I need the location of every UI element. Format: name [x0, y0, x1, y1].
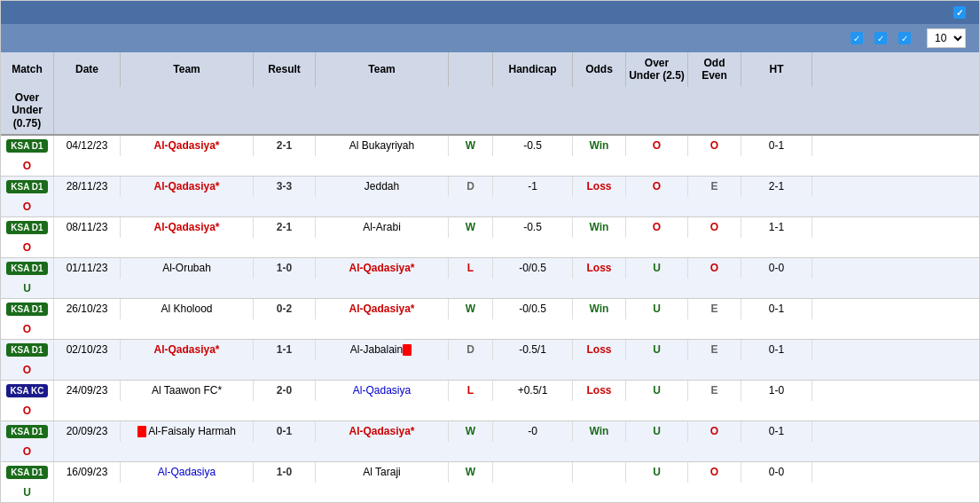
outcome-cell: W	[449, 217, 493, 238]
filter-int-cf[interactable]: ✓	[851, 32, 866, 44]
oe-cell: O	[688, 136, 741, 156]
filter-ksa-d1[interactable]: ✓	[898, 32, 913, 44]
outcome-cell: W	[449, 462, 493, 483]
team2-cell: Al-Arabi	[316, 217, 449, 238]
table-row: KSA D104/12/23Al-Qadasiya*2-1Al Bukayriy…	[1, 136, 979, 177]
team2-cell: Al Bukayriyah	[316, 136, 449, 156]
handicap-cell: -0.5	[493, 217, 573, 238]
red-card-icon	[137, 426, 146, 437]
outcome-cell: D	[449, 177, 493, 197]
table-header: Match Date Team Result Team Handicap Odd…	[1, 52, 979, 136]
handicap-cell: -0.5/1	[493, 340, 573, 360]
ou25-cell: U	[626, 381, 688, 401]
ht-cell: 0-1	[741, 299, 812, 319]
outcome-cell: W	[449, 136, 493, 156]
handicap-cell: -0/0.5	[493, 299, 573, 319]
handicap-cell: +0.5/1	[493, 381, 573, 401]
col-outcome	[449, 52, 493, 87]
league-badge: KSA D1	[6, 343, 47, 357]
odds-cell: Win	[573, 136, 626, 156]
col-oe: Odd Even	[688, 52, 741, 87]
oe-cell: O	[688, 258, 741, 279]
ou075-cell: O	[1, 401, 54, 420]
outcome-cell: L	[449, 381, 493, 401]
handicap-cell: -0	[493, 421, 573, 442]
league-badge: KSA D1	[6, 425, 47, 438]
result-cell: 1-0	[254, 462, 316, 483]
oe-cell: O	[688, 462, 741, 483]
oe-cell: O	[688, 217, 741, 238]
odds-cell: Win	[573, 421, 626, 442]
table-row: KSA D102/10/23Al-Qadasiya*1-1Al-Jabalain…	[1, 340, 979, 381]
outcome-cell: W	[449, 421, 493, 442]
table-row: KSA D116/09/23Al-Qadasiya1-0Al TarajiWUO…	[1, 462, 979, 503]
odds-cell: Loss	[573, 177, 626, 197]
date-cell: 16/09/23	[54, 462, 121, 483]
ht-cell: 1-1	[741, 217, 812, 238]
header-bar: ✓	[1, 1, 979, 24]
red-card-icon	[403, 344, 412, 356]
odds-cell: Win	[573, 217, 626, 238]
ou075-cell: O	[1, 197, 54, 216]
team1-cell: Al Taawon FC*	[121, 381, 254, 401]
team1-cell: Al-Qadasiya*	[121, 217, 254, 238]
games-select[interactable]: 10 20 30	[927, 28, 966, 48]
ou075-cell: O	[1, 238, 54, 257]
league-badge: KSA D1	[6, 139, 47, 153]
league-cell: KSA D1	[1, 299, 54, 319]
table-row: KSA D120/09/23Al-Faisaly Harmah0-1Al-Qad…	[1, 421, 979, 462]
col-result: Result	[254, 52, 316, 87]
filter-bar: ✓ ✓ ✓ 10 20 30	[1, 24, 979, 52]
outcome-cell: L	[449, 258, 493, 279]
league-badge: KSA D1	[6, 221, 47, 234]
league-cell: KSA D1	[1, 258, 54, 279]
ksa-kc-checkbox[interactable]: ✓	[874, 32, 887, 44]
league-cell: KSA D1	[1, 136, 54, 156]
date-cell: 01/11/23	[54, 258, 121, 279]
ou25-cell: O	[626, 177, 688, 197]
ht-cell: 0-1	[741, 421, 812, 442]
col-team2: Team	[316, 52, 449, 87]
odds-cell	[573, 462, 626, 483]
ou075-cell: O	[1, 156, 54, 176]
team2-cell: Al-Qadasiya	[316, 381, 449, 401]
league-badge: KSA D1	[6, 466, 47, 479]
odds-cell: Loss	[573, 381, 626, 401]
league-badge: KSA D1	[6, 303, 47, 316]
handicap-cell	[493, 462, 573, 483]
handicap-cell: -0.5	[493, 136, 573, 156]
team2-cell: Al-Qadasiya*	[316, 299, 449, 319]
result-cell: 2-0	[254, 381, 316, 401]
int-cf-checkbox[interactable]: ✓	[851, 32, 863, 44]
main-container: ✓ ✓ ✓ ✓ 10 20 30 Match Date	[0, 0, 980, 503]
result-cell: 1-1	[254, 340, 316, 360]
display-notes-checkbox[interactable]: ✓	[953, 6, 966, 19]
col-date: Date	[54, 52, 121, 87]
league-badge: KSA D1	[6, 180, 47, 193]
table-row: KSA D128/11/23Al-Qadasiya*3-3JeddahD-1Lo…	[1, 177, 979, 217]
result-cell: 3-3	[254, 177, 316, 197]
ou25-cell: U	[626, 258, 688, 279]
ksa-d1-checkbox[interactable]: ✓	[898, 32, 911, 44]
ht-cell: 1-0	[741, 381, 812, 401]
date-cell: 04/12/23	[54, 136, 121, 156]
ht-cell: 0-0	[741, 462, 812, 483]
league-badge: KSA KC	[6, 384, 49, 397]
team2-cell: Al-Qadasiya*	[316, 258, 449, 279]
filter-ksa-kc[interactable]: ✓	[874, 32, 890, 44]
date-cell: 08/11/23	[54, 217, 121, 238]
ou25-cell: U	[626, 299, 688, 319]
result-cell: 1-0	[254, 258, 316, 279]
outcome-cell: W	[449, 299, 493, 319]
team1-cell: Al-Qadasiya	[121, 462, 254, 483]
date-cell: 26/10/23	[54, 299, 121, 319]
ht-cell: 0-1	[741, 340, 812, 360]
result-cell: 0-2	[254, 299, 316, 319]
handicap-cell: -0/0.5	[493, 258, 573, 279]
ou25-cell: O	[626, 217, 688, 238]
col-handicap: Handicap	[493, 52, 573, 87]
result-cell: 2-1	[254, 136, 316, 156]
ou25-cell: U	[626, 421, 688, 442]
ou25-cell: O	[626, 136, 688, 156]
ou075-cell: O	[1, 442, 54, 461]
